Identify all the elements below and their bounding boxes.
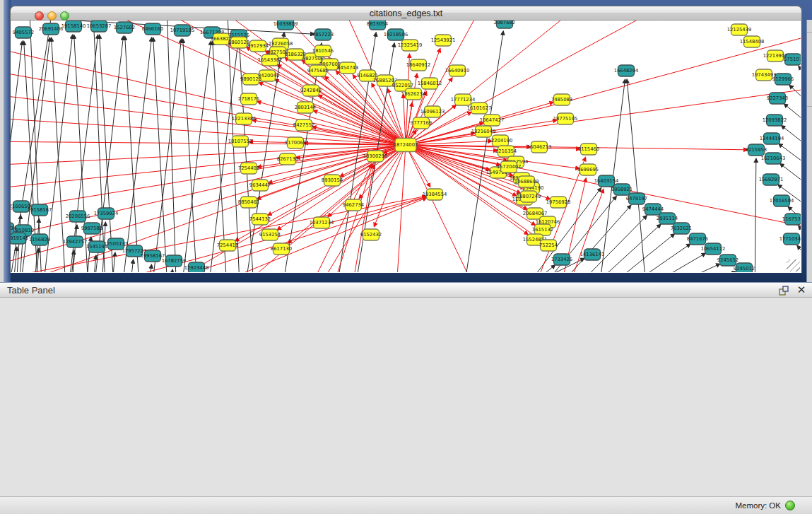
graph-node[interactable]: 8454749 <box>337 62 358 74</box>
graph-node[interactable]: 9634447 <box>249 180 271 191</box>
graph-node[interactable]: 16210643 <box>761 153 786 164</box>
graph-node[interactable]: 9405572 <box>13 27 34 38</box>
graph-node[interactable]: 19158140 <box>61 21 86 32</box>
graph-node[interactable]: 8617130 <box>271 243 292 255</box>
graph-node[interactable]: 12923448 <box>184 262 209 272</box>
graph-node[interactable]: 752254 <box>539 240 558 251</box>
graph-node[interactable]: 9115460 <box>578 144 599 155</box>
graph-node[interactable]: 12093822 <box>763 115 787 126</box>
graph-node[interactable]: 2935114 <box>657 213 678 224</box>
graph-node[interactable]: 12125439 <box>727 24 752 35</box>
graph-node[interactable]: 7632621 <box>671 223 692 234</box>
svg-text:16782759: 16782759 <box>162 258 187 264</box>
graph-node[interactable]: 16096123 <box>420 106 445 117</box>
graph-node[interactable]: 1170065 <box>285 137 306 148</box>
svg-text:20684067: 20684067 <box>523 211 548 216</box>
graph-node[interactable]: 16648294 <box>614 65 639 76</box>
network-graph[interactable]: 1872400794055722069140619158140106532871… <box>11 21 801 272</box>
graph-node[interactable]: 15846012 <box>418 78 442 89</box>
graph-node[interactable]: 9777169 <box>411 117 432 129</box>
svg-text:12923448: 12923448 <box>184 265 209 271</box>
graph-node[interactable]: 12325419 <box>398 40 423 51</box>
graph-node[interactable]: 12942757 <box>63 236 88 247</box>
graph-node[interactable]: 9153254 <box>259 229 281 240</box>
graph-node[interactable]: 7857223 <box>312 29 334 40</box>
graph-node[interactable]: 16782759 <box>162 255 187 267</box>
graph-node[interactable]: 12444194 <box>760 133 784 144</box>
graph-node[interactable]: 7485083 <box>551 94 572 105</box>
graph-node[interactable]: 10654112 <box>701 243 726 255</box>
graph-node[interactable]: 16033809 <box>273 21 298 30</box>
graph-node[interactable]: 6466160 <box>142 23 163 35</box>
graph-node[interactable]: 18640912 <box>406 59 431 71</box>
graph-node[interactable]: 18300295 <box>363 151 388 162</box>
graph-node[interactable]: 9997588 <box>81 223 102 234</box>
graph-node[interactable]: 15692971 <box>759 174 784 185</box>
graph-node[interactable]: 17710346 <box>779 233 801 245</box>
graph-node[interactable]: 6479197 <box>626 193 647 204</box>
svg-text:14136141: 14136141 <box>580 252 605 257</box>
graph-node[interactable]: 10371234 <box>310 217 334 228</box>
svg-text:1733426: 1733426 <box>551 257 572 262</box>
svg-text:8454749: 8454749 <box>337 65 358 71</box>
graph-node[interactable]: 8930154 <box>322 175 343 186</box>
graph-node[interactable]: 12213386 <box>232 113 257 124</box>
graph-node[interactable]: 9245652 <box>717 255 739 266</box>
graph-node[interactable]: 7544132 <box>249 214 271 225</box>
svg-text:12505135: 12505135 <box>104 241 129 247</box>
svg-text:8930154: 8930154 <box>322 177 343 183</box>
graph-node[interactable]: 20206556 <box>66 211 90 222</box>
graph-node[interactable]: 12543921 <box>431 35 456 46</box>
graph-node[interactable]: 20691406 <box>39 23 64 35</box>
graph-node[interactable]: 18724007 <box>394 139 418 152</box>
graph-node[interactable]: 19384554 <box>423 189 447 200</box>
graph-node[interactable]: 18107552 <box>228 136 253 147</box>
graph-node[interactable]: 2087682 <box>494 21 515 28</box>
graph-node[interactable]: 9475685 <box>307 65 329 76</box>
graph-node[interactable]: 8850461 <box>238 197 259 208</box>
graph-node[interactable]: 7254411 <box>217 240 238 251</box>
svg-text:12213386: 12213386 <box>232 116 257 122</box>
graph-node[interactable]: 11548408 <box>740 36 765 47</box>
graph-node[interactable]: 2803144 <box>295 102 316 113</box>
close-panel-button[interactable]: ✕ <box>796 284 807 296</box>
graph-node[interactable]: 19218506 <box>384 29 408 40</box>
graph-node[interactable]: 1156829 <box>29 234 50 245</box>
graph-node[interactable]: 9890123 <box>240 74 261 85</box>
graph-node[interactable]: 9245012 <box>734 263 755 272</box>
graph-node[interactable]: 9227343 <box>767 93 788 104</box>
graph-node[interactable]: 8958921 <box>611 184 632 195</box>
graph-node[interactable]: 16046213 <box>527 141 552 153</box>
network-window-titlebar[interactable]: citations_edges.txt <box>10 6 802 21</box>
svg-text:8267130: 8267130 <box>277 156 298 162</box>
memory-status-indicator[interactable] <box>785 501 795 510</box>
graph-node[interactable]: 2718176 <box>238 93 259 105</box>
graph-node[interactable]: 8267130 <box>277 153 298 165</box>
graph-node[interactable]: 8427552 <box>293 119 314 131</box>
graph-node[interactable]: 8813054 <box>367 21 388 30</box>
graph-node[interactable]: 8860128 <box>228 37 249 48</box>
graph-node[interactable]: 9152432 <box>360 229 382 240</box>
graph-node[interactable]: 1810546 <box>312 45 334 57</box>
graph-node[interactable]: 9462734 <box>343 199 364 211</box>
graph-node[interactable]: 2216354 <box>495 146 517 157</box>
window-resize-grip[interactable] <box>787 259 800 271</box>
graph-node[interactable]: 9699695 <box>577 164 599 175</box>
graph-node[interactable]: 1733426 <box>551 254 572 265</box>
float-panel-button[interactable] <box>778 285 789 296</box>
svg-text:17016504: 17016504 <box>770 198 794 204</box>
graph-node[interactable]: 8912934 <box>247 40 269 52</box>
graph-node[interactable]: 8215953 <box>746 144 767 156</box>
graph-node[interactable]: 8471676 <box>687 233 708 245</box>
graph-node[interactable]: 9242848 <box>300 85 322 96</box>
graph-node[interactable]: 12204190 <box>488 135 513 146</box>
graph-node[interactable]: 3919143 <box>11 233 28 244</box>
svg-text:9381234: 9381234 <box>11 226 16 231</box>
graph-node[interactable]: 1527602 <box>114 22 135 33</box>
graph-node[interactable]: 1167531 <box>782 214 801 225</box>
graph-node[interactable]: 17016504 <box>770 195 794 206</box>
graph-node[interactable]: 17359924 <box>94 208 119 219</box>
graph-node[interactable]: 19756928 <box>546 197 571 208</box>
graph-node[interactable]: 18775105 <box>553 113 578 124</box>
graph-node[interactable]: 7254402 <box>238 163 259 174</box>
